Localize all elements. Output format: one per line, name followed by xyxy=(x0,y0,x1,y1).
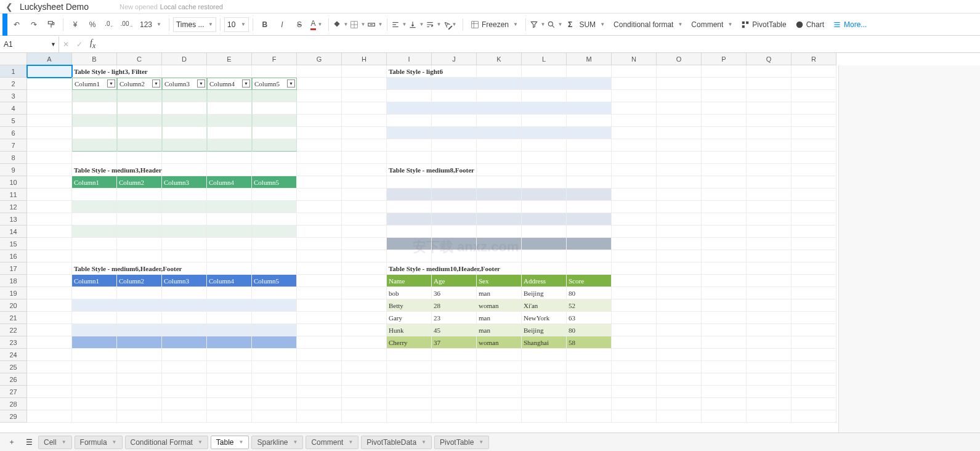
bold-button[interactable]: B xyxy=(257,17,273,33)
cell[interactable] xyxy=(162,386,207,398)
cell[interactable] xyxy=(297,361,342,373)
cell[interactable] xyxy=(702,238,747,250)
cell[interactable] xyxy=(117,312,162,324)
cell[interactable] xyxy=(702,65,747,78)
cell[interactable] xyxy=(792,189,836,201)
cell[interactable]: Betty xyxy=(387,299,432,312)
cell[interactable] xyxy=(747,201,792,213)
cell[interactable] xyxy=(747,312,792,324)
cell[interactable] xyxy=(387,152,432,164)
cell[interactable]: Column2▼ xyxy=(117,78,162,90)
cell[interactable] xyxy=(792,164,836,176)
cell[interactable] xyxy=(567,152,612,164)
cell[interactable]: 45 xyxy=(432,324,477,336)
cell[interactable] xyxy=(522,102,567,115)
cell[interactable] xyxy=(567,373,612,386)
col-header-A[interactable]: A xyxy=(27,53,72,65)
cell[interactable] xyxy=(792,262,836,275)
cell[interactable] xyxy=(522,238,567,250)
cell[interactable] xyxy=(747,361,792,373)
col-header-D[interactable]: D xyxy=(162,53,207,65)
cell[interactable] xyxy=(522,189,567,201)
cell[interactable]: 37 xyxy=(432,336,477,349)
cell[interactable] xyxy=(657,139,702,152)
cell[interactable] xyxy=(72,115,117,127)
cell[interactable] xyxy=(207,189,252,201)
row-header[interactable]: 11 xyxy=(0,189,27,201)
cell[interactable] xyxy=(522,115,567,127)
cell[interactable] xyxy=(792,213,836,226)
cell[interactable] xyxy=(207,361,252,373)
cell[interactable] xyxy=(522,201,567,213)
redo-button[interactable]: ↷ xyxy=(26,17,42,33)
cell[interactable] xyxy=(207,213,252,226)
cell[interactable] xyxy=(27,115,72,127)
cell[interactable] xyxy=(27,238,72,250)
more-button[interactable]: More... xyxy=(829,17,870,33)
cell[interactable] xyxy=(342,349,387,361)
wrap-button[interactable]: ▼ xyxy=(426,17,442,33)
cell[interactable] xyxy=(702,386,747,398)
cell[interactable]: Column5 xyxy=(252,176,297,189)
row-header[interactable]: 29 xyxy=(0,410,27,423)
cell[interactable] xyxy=(207,373,252,386)
currency-button[interactable]: ¥ xyxy=(67,17,83,33)
cell[interactable] xyxy=(72,127,117,139)
cell[interactable] xyxy=(252,127,297,139)
cell[interactable] xyxy=(792,398,836,410)
cell[interactable] xyxy=(567,176,612,189)
cell[interactable] xyxy=(657,189,702,201)
cell[interactable] xyxy=(117,152,162,164)
cell[interactable] xyxy=(297,336,342,349)
cell[interactable] xyxy=(162,102,207,115)
cell[interactable] xyxy=(27,176,72,189)
cell[interactable] xyxy=(72,213,117,226)
cell[interactable]: 63 xyxy=(567,312,612,324)
cell[interactable] xyxy=(72,152,117,164)
cell[interactable] xyxy=(342,299,387,312)
cell[interactable] xyxy=(117,287,162,299)
cell[interactable] xyxy=(117,250,162,262)
cell[interactable] xyxy=(162,336,207,349)
cell[interactable] xyxy=(477,410,522,423)
cell[interactable] xyxy=(702,78,747,90)
cell[interactable]: man xyxy=(477,324,522,336)
cell[interactable] xyxy=(477,361,522,373)
cell[interactable] xyxy=(387,90,432,102)
cell[interactable] xyxy=(252,349,297,361)
cell[interactable] xyxy=(657,349,702,361)
cell[interactable] xyxy=(297,250,342,262)
conditional-format-button[interactable]: Conditional format▼ xyxy=(610,17,686,33)
cell[interactable] xyxy=(747,275,792,287)
cell[interactable] xyxy=(72,398,117,410)
cell[interactable] xyxy=(702,226,747,238)
cell[interactable]: 52 xyxy=(567,299,612,312)
cell[interactable]: Column3 xyxy=(162,275,207,287)
cell[interactable] xyxy=(477,127,522,139)
cell[interactable] xyxy=(387,78,432,90)
cell[interactable] xyxy=(27,139,72,152)
cell[interactable] xyxy=(747,299,792,312)
cell[interactable] xyxy=(432,250,477,262)
cell[interactable] xyxy=(342,410,387,423)
cell[interactable] xyxy=(27,102,72,115)
cell[interactable] xyxy=(522,139,567,152)
cell[interactable]: Age xyxy=(432,275,477,287)
cell[interactable] xyxy=(207,65,252,78)
cell[interactable] xyxy=(522,386,567,398)
cell[interactable] xyxy=(657,275,702,287)
cell[interactable] xyxy=(252,65,297,78)
cell[interactable] xyxy=(747,90,792,102)
cell[interactable] xyxy=(432,127,477,139)
cell[interactable] xyxy=(252,139,297,152)
col-header-B[interactable]: B xyxy=(72,53,117,65)
cell[interactable] xyxy=(207,336,252,349)
cell[interactable] xyxy=(297,176,342,189)
cell[interactable] xyxy=(297,398,342,410)
cell[interactable] xyxy=(747,336,792,349)
cell[interactable] xyxy=(477,349,522,361)
cell[interactable] xyxy=(747,287,792,299)
cell[interactable] xyxy=(522,373,567,386)
align-h-button[interactable]: ▼ xyxy=(391,17,407,33)
cell[interactable] xyxy=(477,176,522,189)
